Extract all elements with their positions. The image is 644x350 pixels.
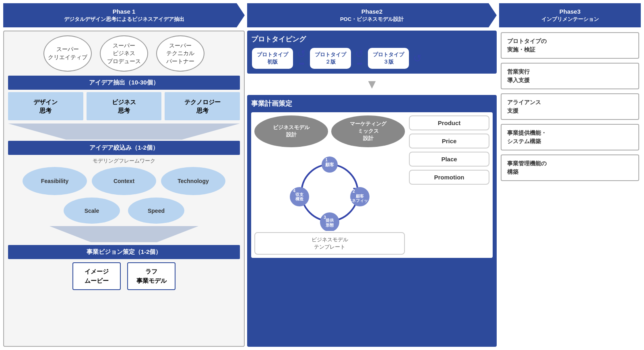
phase1-block: Phase 1 デジタルデザイン思考によるビジネスアイデア抽出 スーパークリエイ… <box>3 3 245 347</box>
svg-text:顧客: 顧客 <box>355 194 364 198</box>
idea-narrowing-bar: アイデア絞込み（1-2個） <box>8 141 240 155</box>
ellipses-row: スーパークリエイティブ スーパービジネスプロデュース スーパーテクニカルパートナ… <box>8 35 240 72</box>
main-container: Phase 1 デジタルデザイン思考によるビジネスアイデア抽出 スーパークリエイ… <box>0 0 644 350</box>
bp-title: 事業計画策定 <box>251 99 493 108</box>
svg-marker-0 <box>8 124 240 140</box>
phase3-block: Phase3 インプリメンテーション プロトタイプの実施・検証 営業実行導入支援… <box>499 3 641 347</box>
bp-left: ビジネスモデル設計 マーケティングミックス設計 <box>254 115 405 255</box>
gray-ellipse-row: ビジネスモデル設計 マーケティングミックス設計 <box>254 115 405 147</box>
phase2-block: Phase2 POC・ビジネスモデル設計 プロトタイピング プロトタイプ初版 ↺… <box>247 3 497 347</box>
marketing-price: Price <box>409 134 489 148</box>
proto-title: プロトタイピング <box>251 35 493 44</box>
svg-text:4: 4 <box>293 189 295 193</box>
vision-movie: イメージムービー <box>72 262 121 290</box>
bp-content: ビジネスモデル設計 マーケティングミックス設計 <box>251 112 493 258</box>
business-thinking: ビジネス思考 <box>87 92 162 120</box>
phase3-content: プロトタイプの実施・検証 営業実行導入支援 アライアンス支援 事業提供機能・シス… <box>499 31 641 183</box>
phase2-title: Phase2 <box>340 7 404 16</box>
phase3-title: Phase3 <box>541 7 599 16</box>
phase3-subtitle: インプリメンテーション <box>541 16 599 23</box>
down-arrow: ▼ <box>247 77 497 92</box>
marketing-place: Place <box>409 152 489 167</box>
svg-text:2: 2 <box>353 189 355 194</box>
phase2-subtitle: POC・ビジネスモデル設計 <box>340 16 404 23</box>
phase3-box-3: アライアンス支援 <box>501 93 639 120</box>
thinking-row: デザイン思考 ビジネス思考 テクノロジー思考 <box>8 92 240 120</box>
phase3-box-4: 事業提供機能・システム構築 <box>501 124 639 150</box>
marketing-promotion: Promotion <box>409 170 489 185</box>
phase3-box-5: 事業管理機能の構築 <box>501 154 639 181</box>
biz-model-ellipse: ビジネスモデル設計 <box>254 115 328 147</box>
svg-marker-1 <box>50 226 198 242</box>
vision-model: ラフ事業モデル <box>127 262 175 290</box>
ovals-row2: Scale Speed <box>8 198 240 224</box>
vision-bar: 事業ビジョン策定（1-2個） <box>8 245 240 259</box>
phase1-subtitle: デジタルデザイン思考によるビジネスアイデア抽出 <box>64 16 184 23</box>
business-plan-section: 事業計画策定 ビジネスモデル設計 マーケティングミックス設計 <box>247 95 497 347</box>
proto-boxes-row: プロトタイプ初版 ↺ ➡ プロトタイプ２版 ↺ ➡ プロトタイプ３版 ↺ <box>251 47 493 70</box>
modeling-label: モデリングフレームワーク <box>8 157 240 165</box>
phase2-header: Phase2 POC・ビジネスモデル設計 <box>247 3 497 27</box>
phase3-box-2: 営業実行導入支援 <box>501 63 639 89</box>
ellipse-technical: スーパーテクニカルパートナー <box>156 35 204 72</box>
bp-right: Product Price Place Promotion <box>409 115 489 255</box>
funnel-arrow-1 <box>8 124 240 140</box>
phase1-title: Phase 1 <box>64 7 184 16</box>
oval-speed: Speed <box>128 198 184 224</box>
funnel-arrow-2 <box>8 226 240 242</box>
phase2-content: プロトタイピング プロトタイプ初版 ↺ ➡ プロトタイプ２版 ↺ ➡ プロトタイ… <box>247 31 497 347</box>
proto-box-3: プロトタイプ３版 <box>367 47 410 70</box>
oval-context: Context <box>92 167 156 195</box>
svg-text:3: 3 <box>324 215 326 220</box>
phase1-header: Phase 1 デジタルデザイン思考によるビジネスアイデア抽出 <box>3 3 245 27</box>
svg-text:収支: 収支 <box>295 192 304 197</box>
ellipse-business: スーパービジネスプロデュース <box>100 35 148 72</box>
tech-thinking: テクノロジー思考 <box>165 92 240 120</box>
svg-text:形態: 形態 <box>325 223 334 227</box>
marketing-product: Product <box>409 115 489 130</box>
ovals-row1: Feasibility Context Technology <box>8 167 240 195</box>
biz-template-box: ビジネスモデルテンプレート <box>254 232 405 255</box>
phase3-box-1: プロトタイプの実施・検証 <box>501 32 639 59</box>
phase1-content: スーパークリエイティブ スーパービジネスプロデュース スーパーテクニカルパートナ… <box>3 31 245 347</box>
proto-box-2: プロトタイプ２版 <box>309 47 352 70</box>
svg-text:顧客: 顧客 <box>325 162 334 167</box>
oval-scale: Scale <box>64 198 120 224</box>
prototyping-section: プロトタイピング プロトタイプ初版 ↺ ➡ プロトタイプ２版 ↺ ➡ プロトタイ… <box>247 31 497 74</box>
ellipse-creative: スーパークリエイティブ <box>43 35 92 72</box>
idea-extraction-bar: アイデア抽出（10-30個） <box>8 76 240 90</box>
design-thinking: デザイン思考 <box>8 92 83 120</box>
proto-box-1: プロトタイプ初版 <box>251 47 294 70</box>
phase3-header: Phase3 インプリメンテーション <box>499 3 641 27</box>
oval-feasibility: Feasibility <box>23 167 87 195</box>
marketing-mix-ellipse: マーケティングミックス設計 <box>331 115 405 147</box>
svg-text:提供: 提供 <box>325 218 334 222</box>
vision-boxes: イメージムービー ラフ事業モデル <box>8 262 240 290</box>
oval-technology: Technology <box>161 167 225 195</box>
svg-text:構造: 構造 <box>295 197 304 201</box>
svg-text:1: 1 <box>325 158 328 162</box>
svg-text:ベネフィット: ベネフィット <box>347 198 372 203</box>
cycle-diagram: 顧客 1 顧客 ベネフィット 2 提供 形態 3 収支 <box>254 150 405 231</box>
